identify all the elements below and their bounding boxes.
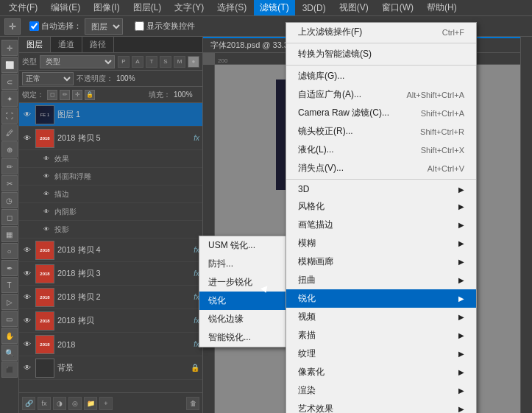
lock-paint-btn[interactable]: ✏	[60, 90, 70, 100]
lock-all-btn[interactable]: 🔒	[85, 90, 95, 100]
add-mask-btn[interactable]: ◑	[53, 397, 66, 410]
layer-visibility-toggle[interactable]: 👁	[41, 172, 52, 182]
fg-bg-colors[interactable]: ⬛	[1, 361, 18, 378]
filter-menu-gallery[interactable]: 滤镜库(G)...	[286, 67, 476, 85]
type-tool[interactable]: T	[1, 277, 18, 293]
tab-layers[interactable]: 图层	[19, 37, 51, 52]
filter-menu-sharpen[interactable]: 锐化 ▶	[286, 289, 476, 308]
filter-menu-artistic[interactable]: 艺术效果 ▶	[286, 400, 476, 413]
brush-tool[interactable]: ✏	[1, 158, 18, 174]
sub-layer-inner-shadow[interactable]: 👁 内阴影	[19, 203, 202, 221]
auto-select-type[interactable]: 图层	[85, 18, 123, 35]
layer-item[interactable]: 👁 2018 2018 拷贝 fx	[19, 309, 202, 333]
zoom-tool[interactable]: 🔍	[1, 345, 18, 361]
filter-menu-blur-gallery[interactable]: 模糊画廊 ▶	[286, 253, 476, 271]
filter-type-select[interactable]: 类型	[40, 55, 115, 68]
eraser-tool[interactable]: ◻	[1, 209, 18, 225]
menu-filter[interactable]: 滤镜(T)	[254, 0, 294, 15]
layer-item[interactable]: 👁 2018 2018 拷贝 5 fx	[19, 127, 202, 150]
healing-tool[interactable]: ⊕	[1, 141, 18, 158]
filter-menu-sketch[interactable]: 素描 ▶	[286, 326, 476, 345]
magic-wand-tool[interactable]: ✦	[1, 91, 18, 107]
show-transform-checkbox[interactable]: 显示变换控件	[135, 21, 195, 32]
layer-item[interactable]: 👁 2018 2018 fx	[19, 333, 202, 356]
marquee-tool[interactable]: ⬜	[1, 57, 18, 73]
clone-tool[interactable]: ✂	[1, 175, 18, 191]
filter-pixel-btn[interactable]: P	[118, 56, 130, 68]
gradient-tool[interactable]: ▦	[1, 226, 18, 242]
layer-visibility-toggle[interactable]: 👁	[22, 316, 32, 326]
filter-menu-pixelate[interactable]: 像素化 ▶	[286, 363, 476, 381]
menu-3d[interactable]: 3D(D)	[297, 1, 332, 15]
lasso-tool[interactable]: ⊂	[1, 74, 18, 90]
sub-layer-bevel[interactable]: 👁 斜面和浮雕	[19, 168, 202, 186]
filter-type-btn[interactable]: T	[146, 56, 157, 68]
menu-window[interactable]: 窗口(W)	[376, 0, 419, 15]
eyedropper-tool[interactable]: 🖉	[1, 124, 18, 141]
menu-help[interactable]: 帮助(H)	[421, 0, 463, 15]
menu-edit[interactable]: 编辑(E)	[45, 0, 86, 15]
filter-menu-adaptive[interactable]: 自适应广角(A)... Alt+Shift+Ctrl+A	[286, 85, 476, 104]
layer-item[interactable]: 👁 2018 2018 拷贝 3 fx	[19, 262, 202, 286]
filter-menu-3d[interactable]: 3D ▶	[286, 181, 476, 197]
add-adj-btn[interactable]: ◎	[68, 397, 82, 410]
sub-layer-effects[interactable]: 👁 效果	[19, 150, 202, 168]
layer-item[interactable]: 👁 2018 2018 拷贝 2 fx	[19, 286, 202, 309]
move-tool[interactable]: ✛	[1, 40, 18, 56]
filter-menu-distort[interactable]: 扭曲 ▶	[286, 271, 476, 289]
filter-menu-liquify[interactable]: 液化(L)... Shift+Ctrl+X	[286, 141, 476, 159]
auto-select-checkbox[interactable]: 自动选择：	[29, 21, 82, 32]
layer-visibility-toggle[interactable]: 👁	[41, 154, 52, 164]
pen-tool[interactable]: ✒	[1, 260, 18, 276]
filter-shape-btn[interactable]: S	[160, 56, 171, 68]
path-select-tool[interactable]: ▷	[1, 294, 18, 310]
layer-visibility-toggle[interactable]: 👁	[22, 339, 32, 350]
menu-file[interactable]: 文件(F)	[3, 0, 43, 15]
sub-layer-drop-shadow[interactable]: 👁 投影	[19, 221, 202, 239]
filter-smart-btn[interactable]: M	[174, 56, 185, 68]
filter-menu-stylize[interactable]: 风格化 ▶	[286, 197, 476, 216]
menu-image[interactable]: 图像(I)	[88, 0, 125, 15]
menu-view[interactable]: 视图(V)	[333, 0, 375, 15]
layer-visibility-toggle[interactable]: 👁	[22, 363, 32, 373]
tab-paths[interactable]: 路径	[82, 37, 114, 52]
filter-menu-render[interactable]: 渲染 ▶	[286, 381, 476, 400]
dodge-tool[interactable]: ○	[1, 243, 18, 259]
delete-layer-btn[interactable]: 🗑	[186, 397, 199, 410]
layer-visibility-toggle[interactable]: 👁	[22, 292, 32, 303]
hand-tool[interactable]: ✋	[1, 328, 18, 344]
new-group-btn[interactable]: 📁	[84, 397, 97, 410]
filter-menu-lens-correct[interactable]: 镜头校正(R)... Shift+Ctrl+R	[286, 122, 476, 141]
sub-layer-stroke[interactable]: 👁 描边	[19, 186, 202, 203]
menu-type[interactable]: 文字(Y)	[169, 0, 210, 15]
tab-channels[interactable]: 通道	[51, 37, 82, 52]
filter-menu-smart[interactable]: 转换为智能滤镜(S)	[286, 45, 476, 63]
layer-visibility-toggle[interactable]: 👁	[22, 133, 32, 144]
filter-adj-btn[interactable]: A	[132, 56, 143, 68]
filter-menu-blur[interactable]: 模糊 ▶	[286, 234, 476, 253]
filter-menu-vanishing[interactable]: 消失点(V)... Alt+Ctrl+V	[286, 159, 476, 177]
move-tool-btn[interactable]: ✛	[4, 18, 21, 35]
layer-item[interactable]: 👁 FE 1 图层 1	[19, 103, 202, 127]
new-layer-btn[interactable]: +	[99, 397, 113, 410]
filter-menu-last[interactable]: 上次滤镜操作(F) Ctrl+F	[286, 23, 476, 41]
menu-select[interactable]: 选择(S)	[211, 0, 252, 15]
filter-menu-texture[interactable]: 纹理 ▶	[286, 345, 476, 363]
layer-visibility-toggle[interactable]: 👁	[41, 225, 52, 235]
lock-transparent-btn[interactable]: ◻	[47, 90, 57, 100]
menu-layer[interactable]: 图层(L)	[127, 0, 168, 15]
layer-visibility-toggle[interactable]: 👁	[22, 245, 32, 255]
layer-visibility-toggle[interactable]: 👁	[22, 110, 32, 120]
layer-visibility-toggle[interactable]: 👁	[22, 269, 32, 279]
link-layers-btn[interactable]: 🔗	[22, 397, 35, 410]
lock-move-btn[interactable]: ✛	[72, 90, 82, 100]
history-tool[interactable]: ◷	[1, 192, 18, 208]
filter-menu-video[interactable]: 视频 ▶	[286, 308, 476, 326]
layer-item[interactable]: 👁 背景 🔒	[19, 356, 202, 380]
filter-menu-camera-raw[interactable]: Camera Raw 滤镜(C)... Shift+Ctrl+A	[286, 104, 476, 122]
layer-visibility-toggle[interactable]: 👁	[41, 207, 52, 217]
crop-tool[interactable]: ⛶	[1, 107, 18, 124]
layer-item[interactable]: 👁 2018 2018 拷贝 4 fx	[19, 239, 202, 262]
filter-menu-brushstroke[interactable]: 画笔描边 ▶	[286, 216, 476, 234]
shape-tool[interactable]: ▭	[1, 311, 18, 327]
